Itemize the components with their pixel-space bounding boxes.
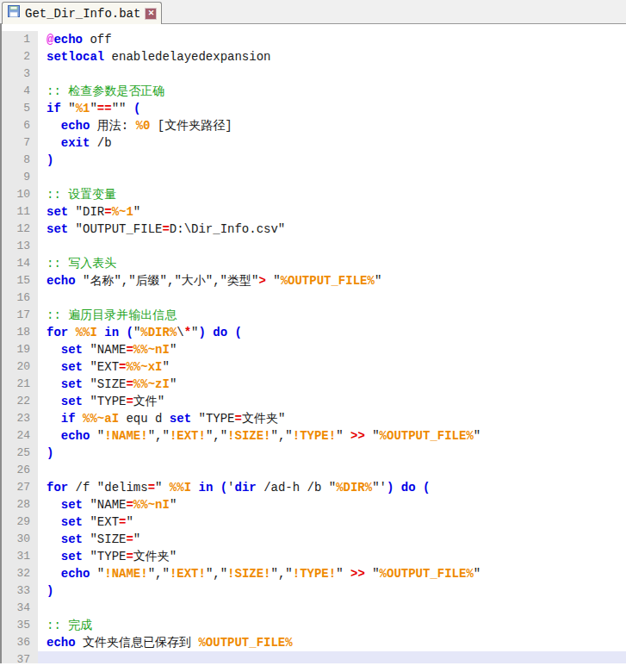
code-line[interactable]: 36echo 文件夹信息已保存到 %OUTPUT_FILE% <box>2 634 626 651</box>
code-line-text: exit /b <box>38 134 626 152</box>
code-line-text <box>38 462 626 479</box>
code-line-text: set "SIZE=" <box>38 531 626 548</box>
code-line-text: set "EXT=" <box>38 513 626 531</box>
code-editor[interactable]: 1@echo off2setlocal enabledelayedexpansi… <box>0 24 626 663</box>
code-line[interactable]: 2setlocal enabledelayedexpansion <box>2 48 626 65</box>
code-line[interactable]: 21 set "SIZE=%%~zI" <box>2 376 626 393</box>
code-line[interactable]: 33) <box>2 582 626 600</box>
code-line-text <box>38 238 626 255</box>
line-number: 26 <box>2 462 38 479</box>
line-number: 33 <box>2 582 38 600</box>
code-line[interactable]: 11set "DIR=%~1" <box>2 203 626 221</box>
code-line-text: if "%1"=="" ( <box>38 100 626 117</box>
line-number: 2 <box>2 48 38 65</box>
line-number: 9 <box>2 169 38 186</box>
code-line[interactable]: 26 <box>2 462 626 479</box>
code-line-text: set "SIZE=%%~zI" <box>38 376 626 393</box>
code-line[interactable]: 24 echo "!NAME!","!EXT!","!SIZE!","!TYPE… <box>2 427 626 445</box>
code-line[interactable]: 6 echo 用法: %0 [文件夹路径] <box>2 117 626 134</box>
code-line-text: ) <box>38 152 626 169</box>
code-line[interactable]: 25) <box>2 445 626 462</box>
line-number: 3 <box>2 65 38 83</box>
code-line[interactable]: 14:: 写入表头 <box>2 255 626 272</box>
code-line[interactable]: 31 set "TYPE=文件夹" <box>2 548 626 565</box>
code-line[interactable]: 5if "%1"=="" ( <box>2 100 626 117</box>
code-line[interactable]: 23 if %%~aI equ d set "TYPE=文件夹" <box>2 410 626 427</box>
code-lines: 1@echo off2setlocal enabledelayedexpansi… <box>2 31 626 663</box>
line-number: 1 <box>2 31 38 48</box>
line-number: 12 <box>2 221 38 238</box>
code-line-text: for %%I in ("%DIR%\*") do ( <box>38 324 626 341</box>
code-line-text: @echo off <box>38 31 626 48</box>
code-line[interactable]: 7 exit /b <box>2 134 626 152</box>
line-number: 19 <box>2 341 38 358</box>
code-line[interactable]: 27for /f "delims=" %%I in ('dir /ad-h /b… <box>2 479 626 496</box>
code-line-text: if %%~aI equ d set "TYPE=文件夹" <box>38 410 626 427</box>
line-number: 28 <box>2 496 38 513</box>
line-number: 29 <box>2 513 38 531</box>
code-line-text: :: 写入表头 <box>38 255 626 272</box>
code-line[interactable]: 4:: 检查参数是否正确 <box>2 83 626 100</box>
code-line-text: set "NAME=%%~nI" <box>38 341 626 358</box>
code-line[interactable]: 22 set "TYPE=文件" <box>2 393 626 410</box>
code-line[interactable]: 3 <box>2 65 626 83</box>
line-number: 21 <box>2 376 38 393</box>
code-line[interactable]: 19 set "NAME=%%~nI" <box>2 341 626 358</box>
line-number: 31 <box>2 548 38 565</box>
code-line[interactable]: 13 <box>2 238 626 255</box>
line-number: 7 <box>2 134 38 152</box>
code-line-text: set "DIR=%~1" <box>38 203 626 221</box>
code-line-text: set "NAME=%%~nI" <box>38 496 626 513</box>
line-number: 30 <box>2 531 38 548</box>
code-line[interactable]: 18for %%I in ("%DIR%\*") do ( <box>2 324 626 341</box>
code-line-text <box>38 600 626 617</box>
code-line-text <box>38 169 626 186</box>
line-number: 35 <box>2 617 38 634</box>
code-line-text: echo "名称","后缀","大小","类型"> "%OUTPUT_FILE%… <box>38 272 626 289</box>
line-number: 16 <box>2 289 38 307</box>
code-line[interactable]: 8) <box>2 152 626 169</box>
code-line[interactable]: 32 echo "!NAME!","!EXT!","!SIZE!","!TYPE… <box>2 565 626 582</box>
code-line-text: echo 用法: %0 [文件夹路径] <box>38 117 626 134</box>
code-line-text: :: 设置变量 <box>38 186 626 203</box>
line-number: 22 <box>2 393 38 410</box>
code-line[interactable]: 1@echo off <box>2 31 626 48</box>
code-line-text: :: 完成 <box>38 617 626 634</box>
code-line[interactable]: 12set "OUTPUT_FILE=D:\Dir_Info.csv" <box>2 221 626 238</box>
code-line-text: ) <box>38 445 626 462</box>
code-line-text: echo 文件夹信息已保存到 %OUTPUT_FILE% <box>38 634 626 651</box>
code-line[interactable]: 29 set "EXT=" <box>2 513 626 531</box>
code-line[interactable]: 16 <box>2 289 626 307</box>
line-number: 4 <box>2 83 38 100</box>
tab-get-dir-info[interactable]: Get_Dir_Info.bat ✕ <box>2 2 162 24</box>
line-number: 25 <box>2 445 38 462</box>
code-line[interactable]: 35:: 完成 <box>2 617 626 634</box>
code-line[interactable]: 20 set "EXT=%%~xI" <box>2 358 626 376</box>
code-line[interactable]: 34 <box>2 600 626 617</box>
line-number: 10 <box>2 186 38 203</box>
code-line[interactable]: 37 <box>2 651 626 663</box>
code-line[interactable]: 10:: 设置变量 <box>2 186 626 203</box>
code-line-text: set "OUTPUT_FILE=D:\Dir_Info.csv" <box>38 221 626 238</box>
code-line-text: set "TYPE=文件夹" <box>38 548 626 565</box>
code-line-text: echo "!NAME!","!EXT!","!SIZE!","!TYPE!" … <box>38 565 626 582</box>
line-number: 11 <box>2 203 38 221</box>
floppy-save-icon <box>7 4 21 22</box>
code-line[interactable]: 17:: 遍历目录并输出信息 <box>2 307 626 324</box>
line-number: 36 <box>2 634 38 651</box>
code-line-text: set "EXT=%%~xI" <box>38 358 626 376</box>
code-line[interactable]: 28 set "NAME=%%~nI" <box>2 496 626 513</box>
code-line-text: setlocal enabledelayedexpansion <box>38 48 626 65</box>
code-line[interactable]: 30 set "SIZE=" <box>2 531 626 548</box>
code-line[interactable]: 15echo "名称","后缀","大小","类型"> "%OUTPUT_FIL… <box>2 272 626 289</box>
line-number: 14 <box>2 255 38 272</box>
line-number: 24 <box>2 427 38 445</box>
code-line[interactable]: 9 <box>2 169 626 186</box>
code-line-text: set "TYPE=文件" <box>38 393 626 410</box>
code-line-text <box>38 289 626 307</box>
close-icon[interactable]: ✕ <box>145 8 157 20</box>
code-line-text: for /f "delims=" %%I in ('dir /ad-h /b "… <box>38 479 626 496</box>
line-number: 34 <box>2 600 38 617</box>
line-number: 6 <box>2 117 38 134</box>
line-number: 20 <box>2 358 38 376</box>
